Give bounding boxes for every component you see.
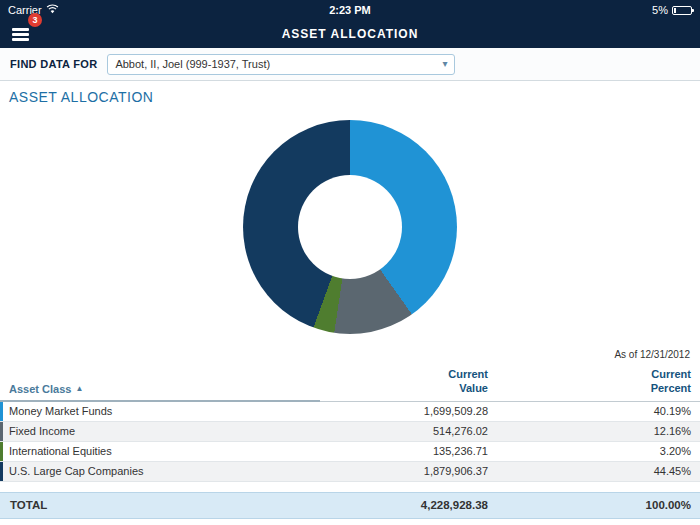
asset-class-header-label: Asset Class bbox=[9, 383, 71, 395]
asset-class-cell: International Equities bbox=[0, 442, 320, 461]
page-title: ASSET ALLOCATION bbox=[282, 27, 419, 41]
current-percent-cell: 12.16% bbox=[500, 422, 700, 441]
current-value-cell: 1,699,509.28 bbox=[320, 402, 500, 421]
asset-class-cell: Money Market Funds bbox=[0, 402, 320, 421]
current-percent-cell: 40.19% bbox=[500, 402, 700, 421]
column-header-current-value[interactable]: Current Value bbox=[320, 365, 500, 401]
row-color-indicator bbox=[0, 422, 3, 441]
notification-badge: 3 bbox=[28, 13, 42, 27]
as-of-date: As of 12/31/2012 bbox=[0, 347, 700, 365]
total-row: TOTAL 4,228,928.38 100.00% bbox=[0, 492, 700, 519]
row-color-indicator bbox=[0, 402, 3, 421]
total-value: 4,228,928.38 bbox=[320, 493, 500, 518]
asset-class-cell: U.S. Large Cap Companies bbox=[0, 462, 320, 481]
current-percent-cell: 3.20% bbox=[500, 442, 700, 461]
find-data-bar: FIND DATA FOR Abbot, II, Joel (999-1937,… bbox=[0, 48, 700, 81]
menu-icon[interactable] bbox=[12, 28, 29, 41]
column-header-asset-class[interactable]: Asset Class ▲ bbox=[0, 365, 320, 402]
current-value-cell: 514,276.02 bbox=[320, 422, 500, 441]
clock: 2:23 PM bbox=[329, 4, 371, 16]
table-row[interactable]: International Equities135,236.713.20% bbox=[0, 442, 700, 462]
account-select[interactable]: Abbot, II, Joel (999-1937, Trust) ▾ bbox=[107, 54, 455, 75]
chevron-down-icon: ▾ bbox=[442, 59, 447, 69]
current-value-cell: 1,879,906.37 bbox=[320, 462, 500, 481]
chart-area bbox=[0, 107, 700, 347]
row-color-indicator bbox=[0, 442, 3, 461]
sort-ascending-icon: ▲ bbox=[75, 384, 83, 393]
battery-icon bbox=[672, 6, 692, 15]
table-body: Money Market Funds1,699,509.2840.19%Fixe… bbox=[0, 402, 700, 482]
wifi-icon bbox=[46, 4, 59, 16]
table-row[interactable]: Money Market Funds1,699,509.2840.19% bbox=[0, 402, 700, 422]
current-value-cell: 135,236.71 bbox=[320, 442, 500, 461]
section-title: ASSET ALLOCATION bbox=[0, 81, 700, 107]
battery-percent-label: 5% bbox=[652, 4, 668, 16]
asset-allocation-table: Asset Class ▲ Current Value Current Perc… bbox=[0, 365, 700, 519]
table-total-spacer bbox=[0, 482, 700, 492]
current-percent-cell: 44.45% bbox=[500, 462, 700, 481]
total-label: TOTAL bbox=[0, 493, 320, 518]
table-row[interactable]: U.S. Large Cap Companies1,879,906.3744.4… bbox=[0, 462, 700, 482]
column-header-current-percent[interactable]: Current Percent bbox=[500, 365, 700, 401]
account-select-value: Abbot, II, Joel (999-1937, Trust) bbox=[115, 58, 270, 70]
asset-class-cell: Fixed Income bbox=[0, 422, 320, 441]
find-data-label: FIND DATA FOR bbox=[10, 58, 97, 70]
table-header-row: Asset Class ▲ Current Value Current Perc… bbox=[0, 365, 700, 402]
total-percent: 100.00% bbox=[500, 493, 700, 518]
table-row[interactable]: Fixed Income514,276.0212.16% bbox=[0, 422, 700, 442]
status-bar: Carrier 2:23 PM 5% bbox=[0, 0, 700, 20]
row-color-indicator bbox=[0, 462, 3, 481]
donut-chart[interactable] bbox=[243, 120, 457, 334]
nav-bar: 3 ASSET ALLOCATION bbox=[0, 20, 700, 48]
